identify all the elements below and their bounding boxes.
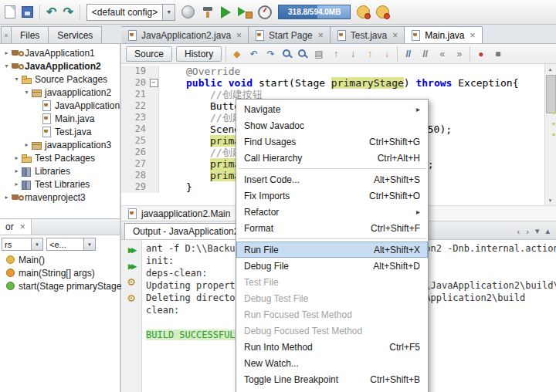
tree-item-javaapplication2[interactable]: ▾JavaApplication2	[0, 59, 120, 73]
editor-tab-test-java[interactable]: Test.java×	[330, 26, 405, 43]
tree-item-test-packages[interactable]: ▸Test Packages	[0, 151, 120, 164]
expander-icon[interactable]: ▾	[12, 76, 21, 83]
chevron-down-icon[interactable]: ▾	[83, 238, 95, 250]
navigator-tab[interactable]: or ×	[0, 219, 32, 235]
menu-item-call-hierarchy[interactable]: Call HierarchyCtrl+Alt+H	[236, 150, 428, 166]
tree-item-javaapplication2[interactable]: ▾javaapplication2	[0, 86, 120, 99]
tree-item-source-packages[interactable]: ▾Source Packages	[0, 73, 120, 86]
tree-item-test-libraries[interactable]: ▸Test Libraries	[0, 177, 120, 191]
expander-icon[interactable]: ▸	[2, 194, 11, 201]
macro-record-icon[interactable]: ●	[474, 49, 487, 59]
menu-item-find-usages[interactable]: Find UsagesCtrl+Shift+G	[236, 133, 428, 150]
build-project-icon[interactable]	[201, 5, 215, 19]
scroll-right-icon[interactable]: ›	[526, 227, 529, 236]
output-tab[interactable]: Output - JavaApplication2	[124, 223, 247, 239]
uncomment-icon[interactable]: //	[419, 49, 432, 59]
profiler-snapshot2-icon[interactable]	[376, 5, 389, 19]
last-edit-icon[interactable]: ◆	[230, 49, 243, 59]
previous-occurrence-icon[interactable]: ↑	[363, 49, 376, 59]
back-icon[interactable]: ↶	[247, 49, 260, 59]
menu-item-debug-file[interactable]: Debug FileAlt+Shift+D	[236, 258, 428, 274]
editor-tab-main-java[interactable]: Main.java×	[404, 26, 482, 43]
find-selection-icon[interactable]	[281, 48, 293, 59]
scroll-left-icon[interactable]: ‹	[517, 227, 520, 236]
undo-icon[interactable]: ↶	[46, 6, 56, 19]
history-view-button[interactable]: History	[176, 46, 222, 62]
scrollbar-thumb[interactable]	[546, 75, 556, 113]
expander-icon[interactable]: ▸	[22, 141, 31, 148]
menu-item-insert-code[interactable]: Insert Code...Alt+Shift+S	[236, 171, 428, 188]
debug-project-icon[interactable]	[237, 5, 252, 19]
tree-item-javaapplication3[interactable]: ▸javaapplication3	[0, 138, 120, 151]
tab-files[interactable]: Files	[11, 26, 49, 43]
run-project-icon[interactable]	[221, 6, 231, 19]
expander-icon[interactable]: ▾	[22, 89, 31, 96]
ant-settings-icon[interactable]: ⚙	[127, 277, 136, 288]
navigator-item-main[interactable]: Main()	[0, 253, 120, 266]
close-tab-icon[interactable]: ×	[470, 32, 476, 39]
scroll-up-icon[interactable]: ▴	[545, 64, 555, 74]
menu-item-show-javadoc[interactable]: Show Javadoc	[236, 117, 428, 133]
fold-icon[interactable]: −	[149, 77, 159, 89]
members-combo[interactable]: rs ▾	[2, 238, 43, 251]
editor-tab-start-page[interactable]: Start Page×	[248, 26, 331, 43]
close-tab-icon[interactable]: ×	[392, 32, 398, 39]
tab-services[interactable]: Services	[48, 26, 102, 43]
code-text[interactable]: public void start(Stage primaryStage) th…	[159, 77, 556, 89]
minimize-panel-icon[interactable]: ▾	[535, 226, 540, 236]
filter-combo[interactable]: <e... ▾	[46, 238, 96, 251]
run-config-combo[interactable]: <default config> ▾	[86, 4, 175, 21]
globe-icon[interactable]	[181, 5, 195, 19]
find-next-icon[interactable]	[297, 48, 308, 59]
macro-stop-icon[interactable]: ■	[491, 49, 504, 59]
expander-icon[interactable]: ▸	[12, 154, 21, 161]
profile-project-icon[interactable]	[258, 5, 272, 19]
menu-item-run-into-method[interactable]: Run Into MethodCtrl+F5	[236, 339, 428, 355]
forward-icon[interactable]: ↷	[264, 49, 277, 59]
new-file-icon[interactable]	[5, 5, 15, 19]
menu-item-navigate[interactable]: Navigate▸	[236, 101, 428, 117]
navigator-item-main-string-args[interactable]: main(String[] args)	[0, 266, 120, 279]
redo-icon[interactable]: ↷	[63, 6, 73, 19]
chevron-down-icon[interactable]: ▾	[31, 238, 42, 250]
breadcrumb-text[interactable]: javaapplication2.Main	[141, 208, 230, 219]
expander-icon[interactable]: ▸	[12, 181, 21, 188]
menu-item-profile[interactable]: Profile...	[236, 387, 428, 392]
rerun-debug-icon[interactable]: ▶▶	[128, 261, 134, 272]
comment-icon[interactable]: //	[402, 49, 415, 59]
menu-item-run-file[interactable]: Run FileAlt+Shift+X	[236, 242, 428, 258]
close-tab-icon[interactable]: ×	[318, 32, 324, 39]
memory-indicator[interactable]: 318.8/594.0MB	[278, 5, 351, 19]
maximize-panel-icon[interactable]: ▴	[545, 226, 550, 236]
rerun-icon[interactable]: ▶▶	[128, 245, 134, 255]
source-view-button[interactable]: Source	[126, 46, 172, 62]
editor-tab-javaapplication2-java[interactable]: JavaApplication2.java×	[121, 26, 249, 43]
shift-right-icon[interactable]: »	[453, 49, 466, 59]
scroll-down-icon[interactable]: ▾	[545, 195, 555, 205]
menu-item-fix-imports[interactable]: Fix ImportsCtrl+Shift+O	[236, 188, 428, 204]
chevron-down-icon[interactable]: ▾	[162, 5, 175, 20]
tree-item-mavenproject3[interactable]: ▸mavenproject3	[0, 191, 120, 204]
previous-bookmark-icon[interactable]: ↑	[329, 49, 342, 59]
code-text[interactable]: @Override	[159, 66, 556, 77]
tree-item-javaapplication1[interactable]: ▸JavaApplication1	[0, 46, 120, 59]
menu-item-format[interactable]: FormatCtrl+Shift+F	[236, 220, 428, 236]
menu-item-toggle-line-breakpoint[interactable]: Toggle Line BreakpointCtrl+Shift+B	[236, 371, 428, 387]
output-options-icon[interactable]: ⚙	[127, 293, 136, 304]
menu-item-refactor[interactable]: Refactor▸	[236, 204, 428, 220]
navigator-item-start-stage-primarystage[interactable]: start(Stage primaryStage)	[0, 279, 120, 292]
close-tab-icon[interactable]: ×	[236, 32, 242, 39]
tree-item-libraries[interactable]: ▸Libraries	[0, 164, 120, 177]
next-occurrence-icon[interactable]: ↓	[380, 49, 393, 59]
shift-left-icon[interactable]: «	[436, 49, 449, 59]
clipped-tab-stub[interactable]: ×	[1, 26, 12, 43]
profiler-snapshot-icon[interactable]	[357, 5, 370, 19]
tree-item-main-java[interactable]: Main.java	[0, 112, 120, 125]
save-all-icon[interactable]	[22, 6, 33, 18]
tree-item-javaapplication2-java[interactable]: JavaApplication2.java	[0, 99, 120, 112]
close-icon[interactable]: ×	[20, 223, 25, 231]
menu-item-new-watch[interactable]: New Watch...	[236, 355, 428, 371]
tree-item-test-java[interactable]: Test.java	[0, 125, 120, 138]
expander-icon[interactable]: ▸	[2, 49, 11, 56]
toggle-highlight-icon[interactable]: ▤	[312, 49, 325, 59]
